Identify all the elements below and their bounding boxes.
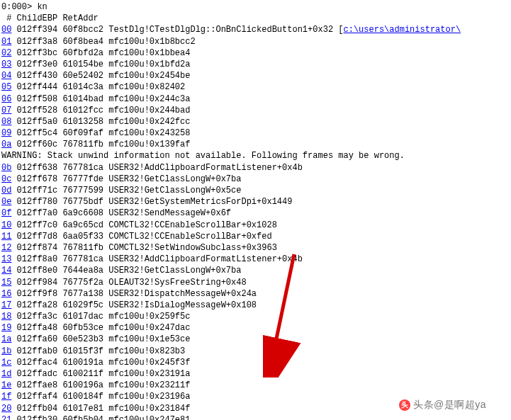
stack-frame-row: 1a 012ffa60 60e523b3 mfc100u!0x1e53ce — [1, 334, 511, 345]
stack-frame-row: 0b 012ff638 767781ca USER32!AddClipboard… — [1, 162, 511, 174]
frame-index-link[interactable]: 20 — [1, 404, 11, 414]
frame-index-link[interactable]: 21 — [1, 415, 11, 420]
stack-frame-row: 03 012ff3e0 610154be mfc100u!0x1bfd2a — [1, 59, 511, 70]
stack-frame-row: 15 012ff984 76775f2a OLEAUT32!SysFreeStr… — [1, 277, 511, 288]
stack-frame-row: 10 012ff7c0 6a9c65cd COMCTL32!CCEnableSc… — [1, 220, 511, 231]
stack-frame-row: 05 012ff444 61014c3a mfc100u!0x82402 — [1, 81, 511, 93]
stack-frame-row: 0c 012ff678 76777fde USER32!GetClassLong… — [1, 174, 511, 185]
stack-frame-row: 14 012ff8e0 7644ea8a USER32!GetClassLong… — [1, 265, 511, 276]
frame-index-link[interactable]: 01 — [1, 37, 11, 47]
stack-frame-row: 0a 012ff60c 767811fb mfc100u!0x139faf — [1, 139, 511, 150]
frame-index-link[interactable]: 1a — [1, 334, 11, 344]
frame-index-link[interactable]: 14 — [1, 266, 11, 276]
stack-frame-row: 13 012ff8a0 767781ca USER32!AddClipboard… — [1, 254, 511, 265]
frame-index-link[interactable]: 1f — [1, 392, 11, 402]
debugger-output: 0:000> kn # ChildEBP RetAddr 00 012ff394… — [1, 1, 511, 420]
stack-frame-row: 08 012ff5a0 61013258 mfc100u!0x242fcc — [1, 116, 511, 127]
frame-index-link[interactable]: 04 — [1, 71, 11, 81]
frame-index-link[interactable]: 0d — [1, 186, 11, 195]
stack-frame-row: 16 012ff9f8 7677a138 USER32!DispatchMess… — [1, 288, 511, 300]
stack-frame-row: 1e 012ffae8 6100196a mfc100u!0x23211f — [1, 380, 511, 391]
frame-index-link[interactable]: 05 — [1, 82, 11, 92]
command-prompt: 0:000> kn — [1, 1, 511, 13]
frame-index-link[interactable]: 15 — [1, 278, 11, 288]
stack-frame-row: 1d 012ffadc 6100211f mfc100u!0x23191a — [1, 368, 511, 380]
frame-index-link[interactable]: 16 — [1, 289, 11, 299]
stack-frame-row: 01 012ff3a8 60f8bea4 mfc100u!0x1b8bcc2 — [1, 36, 511, 47]
stack-frame-row: 19 012ffa48 60fb53ce mfc100u!0x247dac — [1, 322, 511, 334]
frame-index-link[interactable]: 06 — [1, 94, 11, 104]
stack-frame-row: 07 012ff528 61012fcc mfc100u!0x244bad — [1, 105, 511, 116]
frame-index-link[interactable]: 03 — [1, 59, 11, 69]
frame-index-link[interactable]: 07 — [1, 106, 11, 115]
frame-index-link[interactable]: 00 — [1, 25, 11, 35]
stack-frame-row: 06 012ff508 61014bad mfc100u!0x244c3a — [1, 93, 511, 105]
frame-index-link[interactable]: 08 — [1, 117, 11, 127]
stack-frame-row: 18 012ffa3c 61017dac mfc100u!0x259f5c — [1, 311, 511, 322]
stack-frame-row: 1c 012ffac4 6100191a mfc100u!0x245f3f — [1, 357, 511, 368]
frame-index-link[interactable]: 1e — [1, 380, 11, 390]
stack-frame-row: 0e 012ff780 76775bdf USER32!GetSystemMet… — [1, 196, 511, 208]
frame-index-link[interactable]: 10 — [1, 220, 11, 230]
frame-index-link[interactable]: 1d — [1, 369, 11, 379]
stack-frame-row: 02 012ff3bc 60fbfd2a mfc100u!0x1bbea4 — [1, 47, 511, 59]
source-path-link[interactable]: c:\users\administrator\ — [343, 25, 461, 35]
stack-frame-row: 0d 012ff71c 76777599 USER32!GetClassLong… — [1, 185, 511, 196]
stack-frame-row: 12 012ff874 767811fb COMCTL32!SetWindowS… — [1, 242, 511, 254]
frame-index-link[interactable]: 0b — [1, 163, 11, 173]
stack-frame-row: 1b 012ffab0 61015f3f mfc100u!0x823b3 — [1, 346, 511, 357]
stack-frame-row: 09 012ff5c4 60f09faf mfc100u!0x243258 — [1, 127, 511, 139]
stack-frame-row: 00 012ff394 60f8bcc2 TestDlg!CTestDlgDlg… — [1, 24, 511, 35]
stack-frame-row: 0f 012ff7a0 6a9c6608 USER32!SendMessageW… — [1, 208, 511, 219]
frame-index-link[interactable]: 09 — [1, 128, 11, 138]
frame-index-link[interactable]: 0a — [1, 140, 11, 149]
stack-frame-row: 04 012ff430 60e52402 mfc100u!0x2454be — [1, 70, 511, 81]
stack-frame-row: 21 012ffb30 60fb5b04 mfc100u!0x247e81 — [1, 414, 511, 420]
stack-header: # ChildEBP RetAddr — [1, 13, 511, 24]
frame-index-link[interactable]: 1b — [1, 346, 11, 356]
frame-index-link[interactable]: 17 — [1, 300, 11, 310]
frame-index-link[interactable]: 0f — [1, 208, 11, 218]
frame-index-link[interactable]: 12 — [1, 243, 11, 253]
frame-index-link[interactable]: 0c — [1, 174, 11, 184]
warning-text: WARNING: Stack unwind information not av… — [1, 150, 511, 161]
frame-index-link[interactable]: 19 — [1, 323, 11, 333]
frame-index-link[interactable]: 0e — [1, 197, 11, 207]
frame-index-link[interactable]: 02 — [1, 48, 11, 58]
frame-index-link[interactable]: 1c — [1, 358, 11, 368]
frame-index-link[interactable]: 13 — [1, 254, 11, 264]
stack-frame-row: 11 012ff7d8 6aa05f33 COMCTL32!CCEnableSc… — [1, 231, 511, 242]
frame-index-link[interactable]: 11 — [1, 232, 11, 242]
watermark: 头头条@是啊超ya — [399, 398, 486, 412]
stack-frame-row: 17 012ffa28 61029f5c USER32!IsDialogMess… — [1, 300, 511, 311]
frame-index-link[interactable]: 18 — [1, 312, 11, 322]
